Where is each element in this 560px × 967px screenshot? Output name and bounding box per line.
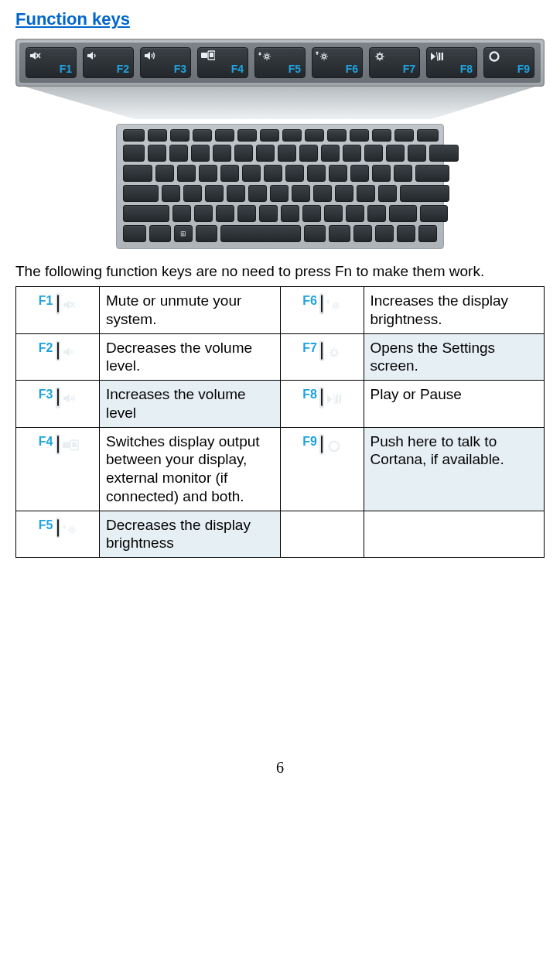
keyboard-key — [313, 185, 332, 202]
keyboard-key — [346, 205, 364, 222]
keyboard-key — [329, 165, 347, 182]
keyboard-key — [259, 205, 278, 222]
keyboard-key — [183, 185, 202, 202]
keyboard-key — [364, 145, 383, 162]
fn-label: F7 — [403, 63, 415, 75]
keyboard-key — [169, 145, 188, 162]
play-pause-icon — [326, 392, 343, 408]
keyboard-key — [353, 225, 372, 242]
keyboard-key — [170, 129, 190, 142]
keyboard-key — [329, 225, 350, 242]
keyboard-key — [123, 165, 152, 182]
function-key-table: F1 Mute or unmute your system. F6 Increa… — [15, 286, 545, 558]
volume-up-icon — [62, 392, 79, 408]
display-switch-icon — [62, 439, 79, 455]
key-cell-f2: F2 — [16, 333, 100, 381]
keyboard-wedge — [15, 87, 545, 121]
keyboard-key — [420, 205, 448, 222]
keyboard-key — [148, 145, 166, 162]
keyboard-key — [343, 145, 361, 162]
keyboard-key — [415, 165, 449, 182]
fn-key-f4: F4 — [197, 47, 248, 78]
fn-key-f8: F8 — [426, 47, 477, 78]
fn-label: F5 — [39, 518, 53, 533]
fn-label: F1 — [60, 63, 72, 75]
fn-label: F8 — [460, 63, 473, 75]
fn-label: F4 — [39, 434, 53, 449]
section-title: Function keys — [15, 9, 130, 29]
keyboard-key — [177, 165, 196, 182]
fn-label: F9 — [517, 63, 530, 75]
keyboard-key — [149, 225, 171, 242]
cortana-ring-icon — [487, 50, 501, 63]
key-desc-f7: Opens the Settings screen. — [364, 333, 545, 381]
keyboard-key — [429, 145, 459, 162]
fn-label: F3 — [39, 387, 53, 402]
keyboard-key — [227, 185, 245, 202]
fn-label: F1 — [39, 293, 53, 309]
keyboard-key — [372, 129, 391, 142]
play-pause-icon — [430, 50, 444, 63]
keyboard-key — [367, 205, 386, 222]
keyboard-key — [335, 185, 353, 202]
keyboard-key — [123, 225, 146, 242]
keyboard-key — [155, 165, 174, 182]
mini-keyboard: ⊞ — [116, 124, 444, 249]
keyboard-key — [196, 225, 217, 242]
keyboard-key — [264, 165, 282, 182]
keyboard-key — [220, 165, 239, 182]
keyboard-key — [372, 165, 391, 182]
fn-label: F2 — [39, 340, 53, 356]
keyboard-key — [305, 129, 324, 142]
mute-icon — [29, 50, 43, 63]
keyboard-key — [417, 129, 439, 142]
fn-label: F3 — [174, 63, 186, 75]
keyboard-key — [234, 145, 253, 162]
fn-label: F4 — [231, 63, 244, 75]
key-desc-f2: Decreases the volume level. — [100, 333, 281, 381]
key-desc-f5: Decreases the display brightness — [100, 511, 281, 558]
key-desc-f6: Increases the display brightness. — [364, 287, 545, 334]
key-cell-f8: F8 — [280, 381, 364, 428]
key-desc-f3: Increases the volume level — [100, 381, 281, 428]
keyboard-key — [307, 165, 326, 182]
keyboard-key — [418, 225, 437, 242]
key-cell-f5: F5 — [16, 511, 100, 558]
keyboard-key — [248, 185, 267, 202]
svg-marker-35 — [25, 87, 535, 119]
fn-label: F5 — [289, 63, 301, 75]
key-desc-f4: Switches display output between your dis… — [100, 427, 281, 511]
brightness-up-icon — [326, 299, 343, 314]
keyboard-key — [281, 205, 299, 222]
keyboard-key — [191, 145, 210, 162]
keyboard-key — [193, 129, 212, 142]
keyboard-key — [148, 129, 167, 142]
keyboard-key — [378, 185, 397, 202]
keyboard-key — [278, 145, 296, 162]
keyboard-key — [386, 145, 405, 162]
keyboard-key — [327, 129, 347, 142]
keyboard-key — [270, 185, 289, 202]
fn-key-f6: F6 — [312, 47, 363, 78]
keyboard-key — [285, 165, 304, 182]
keyboard-key — [389, 205, 417, 222]
key-desc-f8: Play or Pause — [364, 381, 545, 428]
fn-label: F2 — [117, 63, 129, 75]
keyboard-key — [123, 205, 169, 222]
fn-label: F7 — [302, 340, 317, 356]
keyboard-key — [397, 225, 415, 242]
keyboard-key — [256, 145, 275, 162]
fn-key-f5: F5 — [254, 47, 306, 78]
fn-label: F6 — [346, 63, 358, 75]
keyboard-key — [350, 129, 369, 142]
keyboard-key — [304, 225, 326, 242]
keyboard-key — [324, 205, 343, 222]
fn-label: F6 — [302, 293, 317, 309]
keyboard-key — [172, 205, 191, 222]
keyboard-key — [237, 129, 257, 142]
key-cell-f1: F1 — [16, 287, 100, 334]
keyboard-key — [394, 165, 412, 182]
key-cell-f9: F9 — [280, 427, 364, 511]
keyboard-key — [260, 129, 279, 142]
fn-key-f7: F7 — [369, 47, 420, 78]
